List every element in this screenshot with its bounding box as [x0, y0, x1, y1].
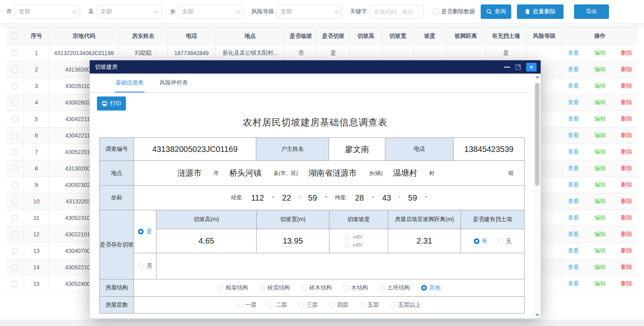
checkbox-icon[interactable] — [12, 281, 18, 287]
edit-link[interactable]: 编辑 — [595, 231, 606, 238]
row-checkbox[interactable] — [6, 259, 24, 275]
edit-link[interactable]: 编辑 — [595, 264, 606, 271]
tab-risk-evaluation[interactable]: 风险评价表 — [159, 74, 189, 92]
structure-option[interactable]: 砖木结构 — [301, 284, 332, 291]
row-checkbox[interactable] — [6, 193, 24, 209]
slope-exist-no-option[interactable]: 否 — [134, 253, 156, 279]
checkbox-icon[interactable] — [12, 83, 18, 89]
row-checkbox[interactable] — [6, 127, 24, 144]
view-link[interactable]: 查看 — [568, 82, 579, 90]
view-link[interactable]: 查看 — [568, 231, 579, 238]
structure-option[interactable]: 框架结构 — [218, 284, 248, 291]
delete-link[interactable]: 删除 — [621, 181, 632, 189]
city-select[interactable]: 全部 — [14, 5, 80, 18]
row-checkbox[interactable] — [6, 177, 24, 193]
row-checkbox[interactable] — [6, 226, 24, 242]
radio-icon[interactable] — [421, 285, 427, 291]
checkbox-icon[interactable] — [433, 8, 439, 14]
maximize-icon[interactable] — [515, 64, 521, 70]
checkbox-icon[interactable] — [12, 182, 18, 188]
radio-icon[interactable] — [498, 238, 504, 244]
edit-link[interactable]: 编辑 — [595, 99, 606, 106]
checkbox-icon[interactable] — [12, 248, 18, 254]
row-checkbox[interactable] — [6, 243, 24, 259]
delete-link[interactable]: 删除 — [621, 231, 632, 238]
structure-option[interactable]: 砖混结构 — [259, 284, 290, 291]
view-link[interactable]: 查看 — [568, 132, 579, 139]
edit-link[interactable]: 编辑 — [595, 247, 606, 254]
radio-icon[interactable] — [298, 302, 304, 308]
scroll-down-icon[interactable] — [534, 312, 540, 318]
minimize-icon[interactable] — [504, 67, 510, 68]
row-checkbox[interactable] — [6, 62, 24, 78]
print-button[interactable]: 打印 — [97, 96, 126, 111]
view-link[interactable]: 查看 — [568, 66, 579, 73]
radio-icon[interactable] — [360, 302, 365, 308]
view-link[interactable]: 查看 — [568, 181, 579, 189]
edit-link[interactable]: 编辑 — [595, 214, 606, 221]
floors-option[interactable]: 二层 — [268, 301, 287, 309]
radio-icon[interactable] — [329, 302, 335, 308]
view-link[interactable]: 查看 — [568, 198, 579, 205]
delete-link[interactable]: 删除 — [621, 165, 632, 172]
checkbox-icon[interactable] — [12, 116, 18, 122]
floors-option[interactable]: 三层 — [298, 301, 318, 309]
edit-link[interactable]: 编辑 — [595, 181, 606, 189]
radio-icon[interactable] — [345, 235, 350, 240]
floors-option[interactable]: 四层 — [329, 301, 348, 309]
wall-yes-option[interactable]: 有 — [474, 238, 488, 245]
checkbox-icon[interactable] — [12, 149, 18, 155]
county-select[interactable]: 全部 — [96, 5, 162, 18]
view-link[interactable]: 查看 — [568, 148, 579, 156]
view-link[interactable]: 查看 — [568, 264, 579, 271]
risk-select[interactable]: 全部 — [276, 5, 342, 18]
edit-link[interactable]: 编辑 — [595, 280, 606, 287]
deleted-data-checkbox[interactable]: 是否删除数据 — [433, 8, 475, 15]
township-select[interactable]: 全部 — [178, 5, 243, 18]
floors-option[interactable]: 五层以上 — [390, 301, 421, 309]
select-all-checkbox[interactable] — [6, 28, 24, 45]
view-link[interactable]: 查看 — [568, 115, 579, 123]
floors-option[interactable]: 五层 — [360, 301, 379, 309]
close-icon[interactable]: × — [526, 63, 537, 72]
radio-icon[interactable] — [218, 285, 223, 291]
checkbox-icon[interactable] — [12, 264, 18, 271]
view-link[interactable]: 查看 — [568, 280, 579, 287]
batch-delete-button[interactable]: 批量删除 — [517, 4, 564, 19]
edit-link[interactable]: 编辑 — [595, 165, 606, 172]
checkbox-icon[interactable] — [12, 33, 18, 39]
checkbox-icon[interactable] — [12, 232, 18, 238]
view-link[interactable]: 查看 — [568, 214, 579, 221]
row-checkbox[interactable] — [6, 111, 24, 127]
radio-icon[interactable] — [138, 263, 144, 269]
edit-link[interactable]: 编辑 — [595, 66, 606, 73]
radio-icon[interactable] — [343, 285, 349, 291]
wall-no-option[interactable]: 无 — [498, 238, 512, 245]
checkbox-icon[interactable] — [12, 67, 18, 73]
delete-link[interactable]: 删除 — [621, 49, 632, 57]
delete-link[interactable]: 删除 — [621, 82, 632, 90]
edit-link[interactable]: 编辑 — [595, 198, 606, 205]
keyword-input[interactable] — [369, 5, 424, 18]
structure-option[interactable]: 土坯结构 — [379, 284, 410, 291]
tab-basic-info[interactable]: 基础信息表 — [115, 74, 144, 92]
edit-link[interactable]: 编辑 — [595, 148, 606, 156]
row-checkbox[interactable] — [6, 78, 24, 94]
delete-link[interactable]: 删除 — [621, 280, 632, 287]
radio-icon[interactable] — [268, 302, 274, 308]
delete-link[interactable]: 删除 — [621, 66, 632, 73]
checkbox-icon[interactable] — [12, 166, 18, 172]
radio-icon[interactable] — [237, 302, 243, 308]
radio-icon[interactable] — [301, 285, 307, 291]
radio-icon[interactable] — [345, 243, 350, 248]
query-button[interactable]: 查询 — [481, 4, 511, 19]
structure-option[interactable]: 木结构 — [343, 284, 368, 291]
view-link[interactable]: 查看 — [568, 165, 579, 172]
row-checkbox[interactable] — [6, 94, 24, 111]
delete-link[interactable]: 删除 — [621, 148, 632, 156]
delete-link[interactable]: 删除 — [621, 198, 632, 205]
row-checkbox[interactable] — [6, 160, 24, 176]
checkbox-icon[interactable] — [12, 100, 18, 106]
edit-link[interactable]: 编辑 — [595, 132, 606, 139]
slope-exist-yes-option[interactable]: 是 — [134, 210, 156, 253]
